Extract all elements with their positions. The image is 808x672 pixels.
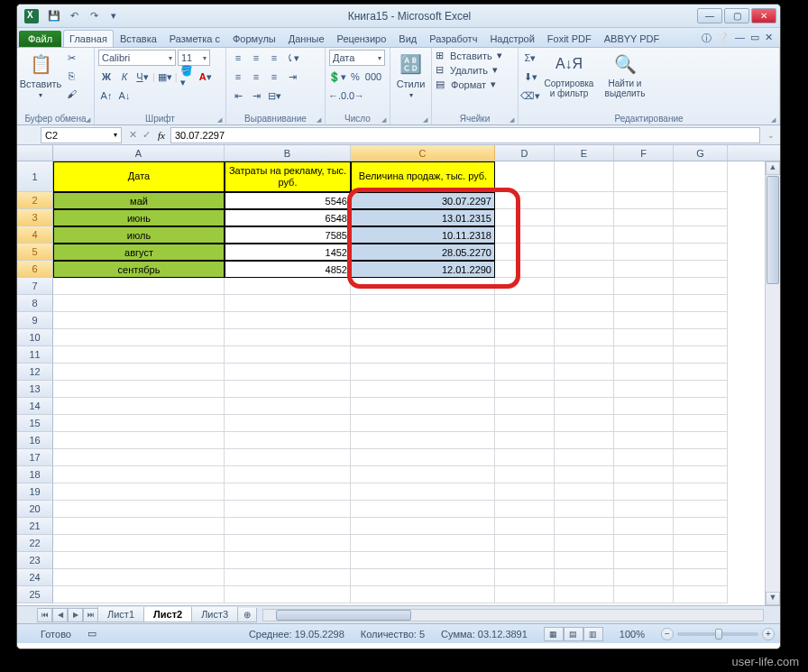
doc-close-icon[interactable]: ✕	[765, 32, 773, 45]
row-header[interactable]: 24	[17, 569, 53, 586]
sheet-nav-last-icon[interactable]: ⏭	[83, 608, 98, 622]
cell[interactable]	[495, 312, 555, 329]
cell[interactable]	[53, 432, 225, 449]
undo-icon[interactable]: ↶	[66, 8, 82, 24]
cell[interactable]	[555, 209, 614, 226]
font-size-combo[interactable]: 11▾	[178, 50, 210, 66]
italic-button[interactable]: К	[116, 69, 133, 85]
cell[interactable]	[614, 192, 674, 209]
cell[interactable]	[555, 312, 614, 329]
cell[interactable]	[674, 586, 728, 603]
tab-developer[interactable]: Разработч	[423, 30, 483, 47]
orientation-icon[interactable]: ⤹▾	[284, 50, 300, 66]
sheet-tab-3[interactable]: Лист3	[191, 607, 238, 622]
view-normal-icon[interactable]: ▦	[544, 627, 564, 641]
row-header[interactable]: 10	[17, 329, 53, 346]
cell[interactable]	[495, 518, 555, 535]
cell[interactable]: сентябрь	[53, 261, 225, 278]
cell[interactable]	[495, 192, 555, 209]
zoom-slider[interactable]	[677, 632, 758, 636]
qat-more-icon[interactable]: ▾	[106, 8, 122, 24]
horizontal-scrollbar[interactable]	[262, 609, 764, 621]
new-sheet-button[interactable]: ⊕	[237, 608, 257, 622]
cell[interactable]	[495, 432, 555, 449]
cell[interactable]	[555, 398, 614, 415]
cell[interactable]	[495, 381, 555, 398]
cell[interactable]	[53, 398, 225, 415]
cell[interactable]	[53, 569, 225, 586]
cell[interactable]	[674, 552, 728, 569]
increase-decimal-icon[interactable]: ←.0	[329, 87, 345, 104]
cell[interactable]	[495, 295, 555, 312]
fill-color-button[interactable]: 🪣▾	[179, 69, 196, 85]
cell[interactable]	[495, 329, 555, 346]
cell[interactable]	[351, 432, 495, 449]
cell[interactable]	[674, 432, 728, 449]
tab-pagelayout[interactable]: Разметка с	[163, 30, 226, 47]
cell[interactable]	[495, 569, 555, 586]
cell[interactable]	[53, 449, 225, 466]
cancel-formula-icon[interactable]: ✕	[129, 129, 137, 141]
cell[interactable]	[555, 535, 614, 552]
cell[interactable]	[674, 192, 728, 209]
zoom-level[interactable]: 100%	[620, 629, 645, 640]
cell[interactable]	[674, 398, 728, 415]
cell[interactable]: 10.11.2318	[351, 226, 495, 244]
cell[interactable]	[674, 535, 728, 552]
percent-icon[interactable]: %	[347, 69, 363, 85]
cell[interactable]	[555, 569, 614, 586]
cell[interactable]	[351, 364, 495, 381]
row-header[interactable]: 25	[17, 586, 53, 603]
sheet-nav-first-icon[interactable]: ⏮	[37, 608, 52, 622]
clear-icon[interactable]: ⌫▾	[522, 87, 538, 104]
select-all-button[interactable]	[17, 145, 53, 161]
cell[interactable]	[614, 501, 674, 518]
fx-icon[interactable]: fx	[158, 130, 165, 141]
increase-indent-icon[interactable]: ⇥	[248, 87, 264, 104]
cell[interactable]	[225, 552, 351, 569]
cell[interactable]	[614, 586, 674, 603]
cell[interactable]	[351, 398, 495, 415]
scroll-down-icon[interactable]: ▼	[766, 592, 780, 605]
cell[interactable]	[614, 226, 674, 244]
doc-minimize-icon[interactable]: —	[735, 32, 745, 45]
cell[interactable]	[614, 261, 674, 278]
row-header[interactable]: 2	[17, 192, 53, 209]
scroll-thumb[interactable]	[767, 176, 779, 284]
row-header[interactable]: 6	[17, 261, 53, 278]
cell[interactable]	[495, 278, 555, 295]
cell[interactable]	[674, 329, 728, 346]
cell[interactable]	[555, 244, 614, 261]
cell[interactable]	[674, 518, 728, 535]
cell[interactable]	[351, 535, 495, 552]
cell[interactable]	[614, 278, 674, 295]
sheet-nav-next-icon[interactable]: ▶	[68, 608, 83, 622]
cell[interactable]	[555, 381, 614, 398]
close-button[interactable]: ✕	[751, 8, 776, 23]
cell[interactable]	[614, 244, 674, 261]
cell[interactable]	[225, 329, 351, 346]
cell[interactable]	[614, 312, 674, 329]
number-format-combo[interactable]: Дата▾	[329, 50, 385, 66]
cell[interactable]	[614, 466, 674, 483]
cell[interactable]	[614, 346, 674, 364]
row-header[interactable]: 16	[17, 432, 53, 449]
cell[interactable]	[53, 552, 225, 569]
cell[interactable]	[614, 483, 674, 501]
view-pagebreak-icon[interactable]: ▥	[583, 627, 603, 641]
row-header[interactable]: 15	[17, 415, 53, 432]
merge-icon[interactable]: ⊟▾	[266, 87, 282, 104]
cut-icon[interactable]: ✂	[63, 50, 79, 66]
row-header[interactable]: 12	[17, 364, 53, 381]
cell[interactable]: 28.05.2270	[351, 244, 495, 261]
cell[interactable]	[351, 501, 495, 518]
cell[interactable]	[225, 278, 351, 295]
zoom-in-button[interactable]: +	[762, 628, 775, 640]
cell[interactable]	[495, 449, 555, 466]
cell[interactable]	[351, 449, 495, 466]
cell[interactable]	[225, 483, 351, 501]
cell[interactable]: 1452	[225, 244, 351, 261]
col-header-G[interactable]: G	[674, 145, 728, 161]
save-icon[interactable]: 💾	[46, 8, 62, 24]
col-header-B[interactable]: B	[225, 145, 351, 161]
